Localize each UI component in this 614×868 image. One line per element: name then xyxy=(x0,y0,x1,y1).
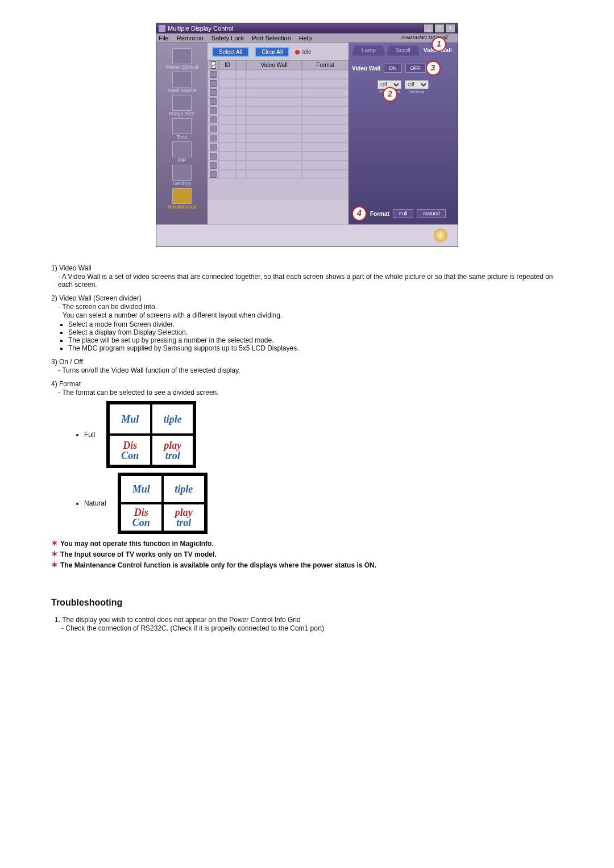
grid-body[interactable] xyxy=(208,70,349,201)
format-natural-label: Natural xyxy=(84,499,106,507)
format-natural-illustration: Natural Multiple Dis Conplay trol xyxy=(74,473,563,534)
tab-lamp[interactable]: Lamp Control xyxy=(352,45,385,56)
table-row[interactable] xyxy=(208,97,349,106)
clear-all-button[interactable]: Clear All xyxy=(255,47,289,57)
power-icon xyxy=(172,48,192,64)
right-panel: Lamp Control Scroll Video Wall 1 Video W… xyxy=(349,43,458,224)
window-title: Multiple Display Control xyxy=(168,25,234,32)
sidebar-item-input[interactable]: Input Source xyxy=(156,72,208,93)
sidebar-item-power[interactable]: Power Control xyxy=(156,48,208,70)
table-row[interactable] xyxy=(208,79,349,88)
item-1-line: - A Video Wall is a set of video screens… xyxy=(58,273,563,289)
ts-item-1a: - Check the connection of RS232C. (Check… xyxy=(61,624,563,632)
select-all-button[interactable]: Select All xyxy=(212,47,249,57)
sidebar-item-time[interactable]: Time xyxy=(156,118,208,140)
item-2: 2) Video Wall (Screen divider) xyxy=(51,294,563,302)
star-icon: ✶ xyxy=(51,549,58,558)
item-2-line2: You can select a number of screens with … xyxy=(63,311,563,319)
format-full-button[interactable]: Full xyxy=(393,209,414,218)
info-icon[interactable]: ! xyxy=(434,228,447,242)
col-status[interactable] xyxy=(236,60,246,70)
table-row[interactable] xyxy=(208,133,349,143)
table-row[interactable] xyxy=(208,106,349,115)
item-3-line: - Turns on/off the Video Wall function o… xyxy=(58,366,563,374)
menu-safety[interactable]: Safety Lock xyxy=(211,35,244,41)
time-icon xyxy=(172,118,192,134)
videowall-on-button[interactable]: ON xyxy=(384,64,402,73)
format-full-label: Full xyxy=(84,431,95,439)
star-icon: ✶ xyxy=(51,560,58,569)
table-row[interactable] xyxy=(208,70,349,79)
minimize-button[interactable]: _ xyxy=(424,24,434,33)
sidebar-item-pip[interactable]: PIP xyxy=(156,141,208,163)
sidebar-item-image[interactable]: Image Size xyxy=(156,95,208,116)
callout-3: 3 xyxy=(426,61,441,76)
close-button[interactable]: × xyxy=(445,24,455,33)
tab-scroll[interactable]: Scroll xyxy=(387,45,420,56)
sidebar-item-maintenance[interactable]: Maintenance xyxy=(156,188,208,210)
maximize-button[interactable]: □ xyxy=(434,24,445,33)
ts-item-1: 1. The display you wish to control does … xyxy=(55,616,563,624)
menu-help[interactable]: Help xyxy=(299,35,312,41)
table-row[interactable] xyxy=(208,88,349,97)
article: 1) Video Wall - A Video Wall is a set of… xyxy=(51,264,563,632)
callout-1: 1 xyxy=(432,37,446,52)
item-1: 1) Video Wall xyxy=(51,264,563,272)
col-format[interactable]: Format xyxy=(302,60,349,70)
videowall-off-button[interactable]: OFF xyxy=(405,64,426,73)
sidebar-item-settings[interactable]: Settings xyxy=(156,165,208,186)
app-window: Multiple Display Control _ □ × File Remo… xyxy=(156,23,458,247)
maintenance-icon xyxy=(172,188,192,204)
title-bar: Multiple Display Control _ □ × xyxy=(156,23,458,34)
callout-2: 2 xyxy=(383,87,397,102)
format-natural-button[interactable]: Natural xyxy=(417,209,446,218)
table-row[interactable] xyxy=(208,152,349,161)
notes: ✶You may not operate this function in Ma… xyxy=(51,539,563,569)
settings-icon xyxy=(172,165,192,181)
table-row[interactable] xyxy=(208,161,349,170)
star-icon: ✶ xyxy=(51,539,58,548)
sidebar: Power Control Input Source Image Size Ti… xyxy=(156,43,208,224)
item-2-bullets: Select a mode from Screen divider. Selec… xyxy=(51,320,563,352)
app-icon xyxy=(159,25,165,32)
menu-bar: File Remocon Safety Lock Port Selection … xyxy=(156,34,458,43)
item-3: 3) On / Off xyxy=(51,358,563,366)
item-4: 4) Format xyxy=(51,380,563,388)
grid-header: ID Video Wall Format xyxy=(208,60,349,70)
troubleshooting-heading: Troubleshooting xyxy=(51,598,563,608)
format-full-illustration: Full Multiple Dis Conplay trol xyxy=(74,401,563,468)
idle-indicator: Idle xyxy=(295,49,311,55)
table-row[interactable] xyxy=(208,143,349,152)
vertical-label: Vertical xyxy=(405,89,429,94)
table-row[interactable] xyxy=(208,170,349,179)
client-area: Power Control Input Source Image Size Ti… xyxy=(156,43,458,224)
pip-icon xyxy=(172,141,192,157)
menu-port[interactable]: Port Selection xyxy=(252,35,291,41)
videowall-row: Video Wall ON OFF 3 xyxy=(352,61,454,76)
vertical-select[interactable]: Off xyxy=(405,80,429,89)
col-check[interactable] xyxy=(208,60,219,70)
table-row[interactable] xyxy=(208,124,349,133)
image-icon xyxy=(172,95,192,111)
divider-row: Off Horizontal Off Vertical xyxy=(352,80,454,94)
list-toolbar: Select All Clear All Idle xyxy=(208,43,349,60)
format-row: 4 Format Full Natural xyxy=(352,206,454,221)
callout-4: 4 xyxy=(352,206,367,221)
menu-remocon[interactable]: Remocon xyxy=(177,35,204,41)
display-list-panel: Select All Clear All Idle ID Video Wall … xyxy=(208,43,349,224)
col-id[interactable]: ID xyxy=(219,60,236,70)
item-4-line: - The format can be selected to see a di… xyxy=(58,389,563,397)
col-videowall[interactable]: Video Wall xyxy=(246,60,302,70)
bottom-bar: ! xyxy=(156,224,458,247)
table-row[interactable] xyxy=(208,115,349,124)
format-label: Format xyxy=(370,211,389,217)
videowall-label: Video Wall xyxy=(352,65,380,72)
item-2-line1: - The screen can be divided into. xyxy=(58,303,563,311)
menu-file[interactable]: File xyxy=(159,35,169,41)
input-icon xyxy=(172,72,192,87)
